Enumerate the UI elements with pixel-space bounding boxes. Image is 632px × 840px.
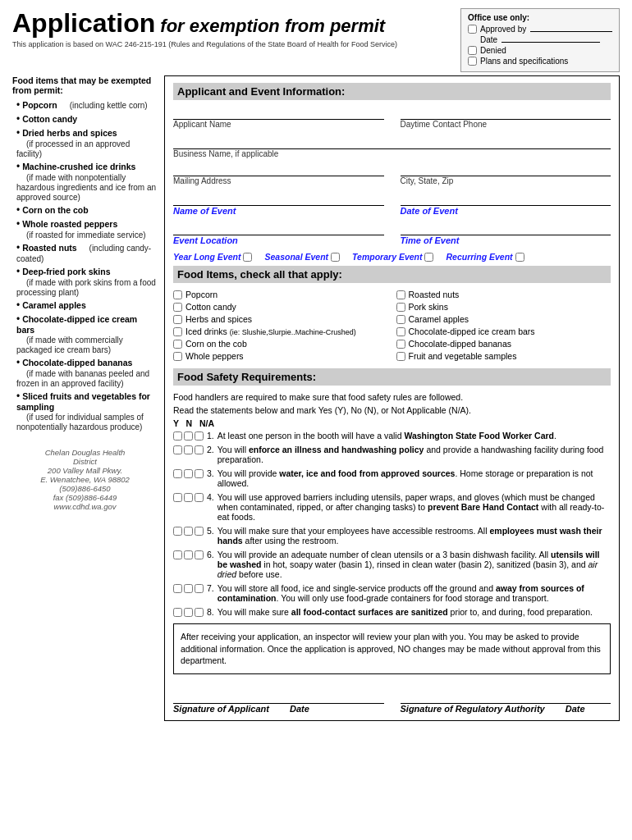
sidebar-item-ice-cream-bars: • Chocolate-dipped ice cream bars (if ma… (12, 313, 158, 354)
na-checkbox-5[interactable] (195, 527, 204, 536)
phone-input[interactable] (401, 107, 611, 120)
na-checkbox-7[interactable] (195, 584, 204, 593)
na-checkbox-4[interactable] (195, 493, 204, 502)
food-checkbox-caramel-apples[interactable] (396, 315, 405, 324)
event-date-field: Date of Event (401, 193, 611, 216)
sig1-line[interactable] (173, 691, 384, 704)
food-checkbox-fruit-veg[interactable] (396, 352, 405, 361)
sig1-label: Signature of Applicant (173, 704, 269, 714)
food-item-corn: Corn on the cob (173, 339, 388, 349)
y-checkbox-3[interactable] (173, 469, 182, 478)
date-label: Date (480, 35, 600, 44)
business-name-row: Business Name, if applicable (173, 136, 611, 158)
safety-item-8: 8. You will make sure all food-contact s… (173, 607, 611, 617)
food-left-col: Popcorn Cotton candy Herbs and spices (173, 290, 388, 363)
date1-label: Date (290, 704, 309, 714)
food-right-col: Roasted nuts Pork skins Caramel apples (396, 290, 611, 363)
yearlong-label: Year Long Event (173, 252, 240, 262)
sidebar-item-caramel-apples: • Caramel apples (12, 299, 158, 311)
name-phone-row: Applicant Name Daytime Contact Phone (173, 107, 611, 130)
sig2-line[interactable] (401, 691, 611, 704)
food-item-roasted-nuts: Roasted nuts (396, 290, 611, 299)
event-type-row: Year Long Event Seasonal Event Temporary… (173, 252, 611, 262)
applicant-name-field: Applicant Name (173, 107, 384, 130)
food-checkbox-cotton-candy[interactable] (173, 303, 182, 312)
na-checkbox-2[interactable] (195, 445, 204, 454)
sidebar-item-pork-skins: • Deep-fried pork skins (if made with po… (12, 266, 158, 297)
event-time-input[interactable] (401, 222, 611, 235)
left-sidebar: Food items that may be exempted from per… (12, 75, 164, 721)
n-checkbox-2[interactable] (184, 445, 193, 454)
event-location-input[interactable] (173, 222, 384, 235)
n-checkbox-4[interactable] (184, 493, 193, 502)
food-checkbox-pork-skins[interactable] (396, 303, 405, 312)
page-subtitle: This application is based on WAC 246-215… (12, 40, 460, 48)
seasonal-checkbox[interactable] (331, 253, 340, 262)
y-checkbox-7[interactable] (173, 584, 182, 593)
food-item-herbs: Herbs and spices (173, 314, 388, 324)
approved-checkbox[interactable] (468, 25, 477, 34)
food-checkbox-popcorn[interactable] (173, 290, 182, 299)
n-checkbox-6[interactable] (184, 550, 193, 559)
food-items-section: Food Items, check all that apply: Popcor… (173, 266, 611, 363)
city-state-zip-input[interactable] (401, 163, 611, 176)
notice-box: After receiving your application, an ins… (173, 623, 611, 674)
plans-checkbox[interactable] (468, 57, 477, 66)
office-use-box: Office use only: Approved by Date Denied… (460, 8, 620, 72)
applicant-name-label: Applicant Name (173, 120, 384, 129)
n-checkbox-1[interactable] (184, 431, 193, 441)
n-checkbox-3[interactable] (184, 469, 193, 478)
yearlong-checkbox[interactable] (243, 253, 252, 262)
safety-intro2: Read the statements below and mark Yes (… (173, 405, 611, 415)
address-input[interactable] (173, 163, 384, 176)
yna-boxes-4 (173, 492, 204, 522)
seasonal-label: Seasonal Event (264, 252, 328, 262)
denied-checkbox[interactable] (468, 46, 477, 55)
y-checkbox-8[interactable] (173, 608, 182, 617)
page-container: Application for exemption from permit Th… (12, 8, 620, 721)
business-name-input[interactable] (173, 136, 611, 149)
event-date-input[interactable] (401, 193, 611, 206)
event-type-yearlong: Year Long Event (173, 252, 252, 262)
sidebar-item-nuts: • Roasted nuts (including candy-coated) (12, 242, 158, 263)
food-checkbox-corn[interactable] (173, 340, 182, 349)
n-checkbox-7[interactable] (184, 584, 193, 593)
temporary-checkbox[interactable] (424, 253, 433, 262)
office-date-row: Date (468, 35, 612, 44)
food-item-whole-peppers: Whole peppers (173, 351, 388, 361)
y-checkbox-4[interactable] (173, 493, 182, 502)
n-checkbox-8[interactable] (184, 608, 193, 617)
sidebar-item-cotton-candy: • Cotton candy (12, 113, 158, 125)
approved-label: Approved by (480, 25, 612, 34)
event-type-recurring: Recurring Event (446, 252, 524, 262)
food-checkbox-roasted-nuts[interactable] (396, 290, 405, 299)
food-checkbox-whole-peppers[interactable] (173, 352, 182, 361)
y-checkbox-1[interactable] (173, 431, 182, 441)
event-time-field: Time of Event (401, 222, 611, 245)
yna-boxes-5 (173, 526, 204, 546)
y-checkbox-2[interactable] (173, 445, 182, 454)
event-time-label: Time of Event (401, 235, 611, 245)
na-checkbox-8[interactable] (195, 608, 204, 617)
na-checkbox-1[interactable] (195, 431, 204, 441)
yna-header: Y N N/A (173, 418, 611, 428)
applicant-name-input[interactable] (173, 107, 384, 120)
y-checkbox-5[interactable] (173, 527, 182, 536)
safety-item-4: 4. You will use approved barriers includ… (173, 492, 611, 522)
food-item-choc-bananas: Chocolate-dipped bananas (396, 339, 611, 349)
y-checkbox-6[interactable] (173, 550, 182, 559)
na-checkbox-6[interactable] (195, 550, 204, 559)
address-row: Mailing Address City, State, Zip (173, 163, 611, 186)
recurring-checkbox[interactable] (515, 253, 524, 262)
food-checkbox-iced-drinks[interactable] (173, 327, 182, 336)
n-checkbox-5[interactable] (184, 527, 193, 536)
na-checkbox-3[interactable] (195, 469, 204, 478)
office-approved-row: Approved by (468, 25, 612, 34)
food-checkbox-choc-ice-cream[interactable] (396, 327, 405, 336)
food-checkbox-herbs[interactable] (173, 315, 182, 324)
food-checkbox-choc-bananas[interactable] (396, 340, 405, 349)
city-state-zip-field: City, State, Zip (401, 163, 611, 186)
food-item-cotton-candy: Cotton candy (173, 302, 388, 312)
event-name-input[interactable] (173, 193, 384, 206)
date2-label: Date (566, 704, 585, 714)
